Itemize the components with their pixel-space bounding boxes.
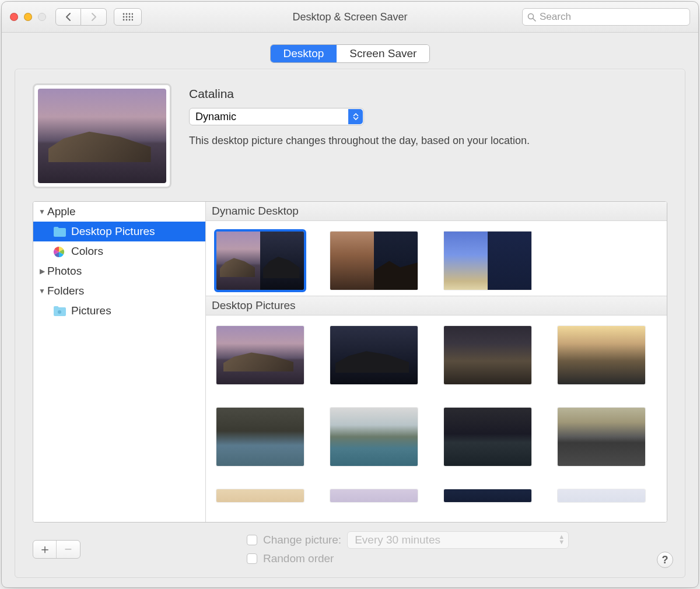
disclosure-right-icon: ▶ [38, 267, 46, 275]
sidebar-group-photos[interactable]: ▶ Photos [33, 261, 205, 281]
svg-point-8 [123, 19, 125, 21]
interval-dropdown: Every 30 minutes ▲▼ [347, 531, 569, 549]
section-header-dynamic: Dynamic Desktop [206, 202, 667, 221]
wallpaper-thumb[interactable] [330, 232, 418, 290]
wallpaper-name: Catalina [189, 87, 667, 101]
picker: ▼ Apple Desktop Pictures [33, 201, 667, 523]
dynamic-mode-dropdown[interactable]: Dynamic [189, 108, 364, 125]
dropdown-stepper-icon [348, 109, 363, 124]
sidebar-item-pictures[interactable]: Pictures [33, 301, 205, 321]
random-order-label: Random order [263, 552, 334, 565]
disclosure-down-icon: ▼ [38, 208, 46, 216]
wallpaper-thumb[interactable] [558, 408, 645, 466]
add-folder-button[interactable]: ＋ [33, 541, 57, 558]
search-field[interactable]: Search [522, 8, 690, 26]
minimize-button[interactable] [24, 13, 32, 21]
pictures-folder-icon [53, 306, 66, 317]
svg-point-6 [129, 16, 131, 18]
add-remove-buttons: ＋ − [33, 540, 80, 559]
wallpaper-thumb[interactable] [558, 489, 645, 502]
change-picture-checkbox[interactable] [247, 535, 257, 545]
sidebar-item-desktop-pictures[interactable]: Desktop Pictures [33, 222, 205, 241]
svg-point-2 [129, 13, 131, 15]
svg-point-10 [129, 19, 131, 21]
current-wallpaper-preview [33, 83, 172, 188]
tab-screen-saver[interactable]: Screen Saver [337, 45, 429, 62]
traffic-lights [10, 13, 46, 21]
wallpaper-thumb[interactable] [216, 489, 304, 502]
folder-icon [53, 226, 66, 237]
help-button[interactable]: ? [657, 552, 673, 568]
close-button[interactable] [10, 13, 18, 21]
sidebar-group-folders[interactable]: ▼ Folders [33, 281, 205, 301]
sidebar-group-apple[interactable]: ▼ Apple [33, 202, 205, 222]
svg-point-14 [58, 310, 61, 314]
panel: Catalina Dynamic This desktop picture ch… [15, 69, 685, 578]
svg-point-11 [132, 19, 133, 21]
wallpaper-gallery[interactable]: Dynamic Desktop Desktop Pictures [206, 202, 667, 522]
header-row: Catalina Dynamic This desktop picture ch… [33, 83, 667, 188]
random-order-checkbox [247, 553, 257, 564]
dropdown-value: Dynamic [195, 111, 236, 123]
wallpaper-thumb[interactable] [444, 489, 531, 502]
wallpaper-thumb[interactable] [444, 232, 531, 290]
svg-point-1 [126, 13, 128, 15]
zoom-button [38, 13, 46, 21]
wallpaper-description: This desktop picture changes throughout … [189, 135, 667, 147]
dropdown-stepper-icon: ▲▼ [558, 534, 565, 545]
disclosure-down-icon: ▼ [38, 287, 46, 295]
back-button[interactable] [55, 8, 81, 26]
wallpaper-thumb[interactable] [444, 408, 531, 466]
wallpaper-thumb[interactable] [330, 489, 418, 502]
tab-bar: Desktop Screen Saver [15, 44, 685, 63]
wallpaper-thumb[interactable] [330, 326, 418, 384]
remove-folder-button: − [57, 541, 80, 558]
wallpaper-thumb[interactable] [216, 408, 304, 466]
wallpaper-thumb[interactable] [216, 326, 304, 384]
wallpaper-thumb[interactable] [444, 326, 531, 384]
grid-button[interactable] [114, 8, 142, 26]
svg-point-4 [123, 16, 125, 18]
titlebar: Desktop & Screen Saver Search [2, 2, 698, 33]
change-picture-label: Change picture: [263, 534, 341, 546]
tab-desktop[interactable]: Desktop [271, 45, 337, 62]
svg-point-0 [123, 13, 125, 15]
svg-line-13 [533, 18, 536, 21]
source-sidebar[interactable]: ▼ Apple Desktop Pictures [33, 202, 206, 522]
wallpaper-thumb[interactable] [330, 408, 418, 466]
color-wheel-icon [53, 246, 66, 257]
forward-button[interactable] [81, 8, 107, 26]
content: Desktop Screen Saver Catalina Dynamic [2, 33, 698, 587]
svg-point-5 [126, 16, 128, 18]
change-options: Change picture: Every 30 minutes ▲▼ Rand… [247, 531, 569, 568]
wallpaper-thumb[interactable] [216, 232, 304, 290]
section-header-pictures: Desktop Pictures [206, 296, 667, 315]
search-icon [527, 13, 536, 22]
search-placeholder: Search [540, 11, 571, 23]
svg-point-9 [126, 19, 128, 21]
preview-image [38, 89, 166, 183]
preferences-window: Desktop & Screen Saver Search Desktop Sc… [1, 1, 699, 588]
svg-point-3 [132, 13, 133, 15]
wallpaper-thumb[interactable] [558, 326, 645, 384]
bottom-row: ＋ − Change picture: Every 30 minutes ▲▼ [33, 531, 667, 568]
svg-point-7 [132, 16, 133, 18]
sidebar-item-colors[interactable]: Colors [33, 241, 205, 261]
nav-buttons [55, 8, 107, 26]
